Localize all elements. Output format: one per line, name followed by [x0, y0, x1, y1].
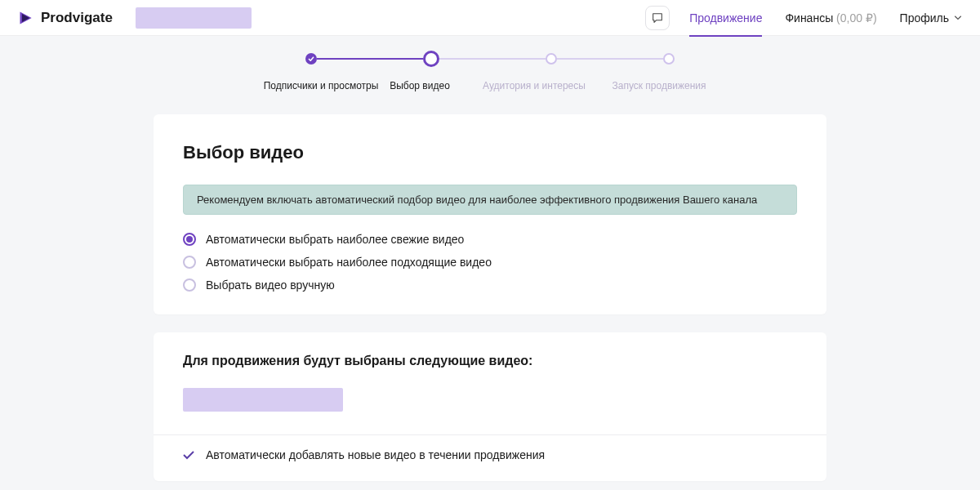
radio-indicator — [183, 233, 196, 246]
radio-indicator — [183, 278, 196, 292]
header-nav: Продвижение Финансы (0,00 ₽) Профиль — [689, 0, 962, 36]
step-video-select[interactable] — [423, 51, 439, 67]
step-circle-done — [305, 53, 317, 65]
brand-logo[interactable]: Prodvigate — [18, 10, 113, 26]
step-label: Аудитория и интересы — [465, 80, 604, 91]
nav-profile[interactable]: Профиль — [900, 0, 962, 36]
nav-finance[interactable]: Финансы (0,00 ₽) — [785, 0, 876, 36]
step-circle-current — [423, 51, 439, 67]
check-icon — [183, 451, 194, 460]
step-circle-future — [546, 53, 557, 65]
radio-label: Выбрать видео вручную — [206, 278, 335, 292]
video-mode-radios: Автоматически выбрать наиболее свежие ви… — [183, 233, 797, 292]
radio-label: Автоматически выбрать наиболее подходящи… — [206, 256, 492, 269]
promotion-stepper — [0, 36, 980, 74]
selected-videos-card: Для продвижения будут выбраны следующие … — [154, 332, 826, 481]
nav-finance-label: Финансы — [785, 11, 833, 24]
app-header: Prodvigate Продвижение Финансы (0,00 ₽) … — [0, 0, 980, 36]
auto-add-checkbox[interactable]: Автоматически добавлять новые видео в те… — [183, 448, 797, 461]
video-selection-card: Выбор видео Рекомендуем включать автомат… — [154, 114, 826, 314]
recommendation-hint: Рекомендуем включать автоматический подб… — [183, 185, 797, 215]
divider — [154, 434, 826, 435]
card-title: Выбор видео — [183, 142, 797, 163]
step-line — [439, 58, 546, 60]
step-line — [317, 58, 423, 60]
radio-auto-fresh[interactable]: Автоматически выбрать наиболее свежие ви… — [183, 233, 797, 246]
check-icon — [308, 56, 314, 61]
radio-auto-suitable[interactable]: Автоматически выбрать наиболее подходящи… — [183, 256, 797, 269]
wizard-nav-buttons: Назад Далее — [154, 481, 826, 490]
chat-bubble-icon — [651, 11, 664, 24]
nav-promotion-label: Продвижение — [689, 11, 762, 24]
radio-manual[interactable]: Выбрать видео вручную — [183, 278, 797, 292]
step-label: Выбор видео — [367, 80, 473, 91]
selected-videos-title: Для продвижения будут выбраны следующие … — [183, 354, 797, 368]
support-chat-button[interactable] — [645, 6, 670, 30]
brand-name: Prodvigate — [41, 10, 113, 26]
auto-add-label: Автоматически добавлять новые видео в те… — [206, 448, 545, 461]
step-label: Запуск продвижения — [594, 80, 724, 91]
nav-promotion[interactable]: Продвижение — [689, 0, 762, 36]
step-subscribers[interactable] — [305, 53, 317, 65]
step-launch[interactable] — [663, 53, 675, 65]
play-triangle-icon — [18, 10, 34, 26]
video-thumbnail-placeholder[interactable] — [183, 388, 343, 412]
channel-selector-placeholder[interactable] — [136, 7, 252, 29]
chevron-down-icon — [954, 16, 962, 20]
nav-finance-amount: (0,00 ₽) — [836, 11, 876, 24]
step-audience[interactable] — [546, 53, 557, 65]
stepper-labels: Подписчики и просмотры Выбор видео Аудит… — [0, 74, 980, 96]
step-circle-future — [663, 53, 675, 65]
radio-indicator — [183, 256, 196, 269]
nav-profile-label: Профиль — [900, 11, 949, 24]
radio-label: Автоматически выбрать наиболее свежие ви… — [206, 233, 464, 246]
step-line — [557, 58, 663, 60]
